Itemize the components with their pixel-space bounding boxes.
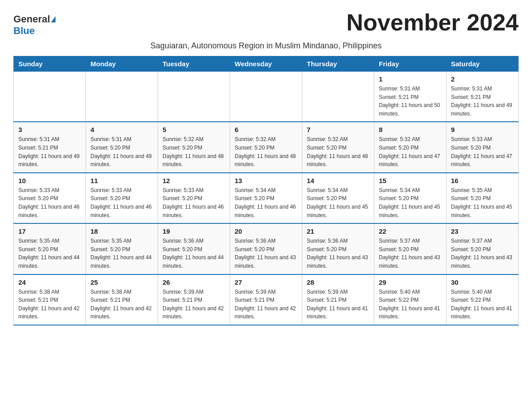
day-number: 16 xyxy=(451,177,514,184)
calendar-cell: 29Sunrise: 5:40 AMSunset: 5:22 PMDayligh… xyxy=(374,274,446,325)
calendar-cell: 10Sunrise: 5:33 AMSunset: 5:20 PMDayligh… xyxy=(14,173,86,223)
day-info: Sunrise: 5:33 AMSunset: 5:20 PMDaylight:… xyxy=(90,186,153,219)
day-number: 17 xyxy=(18,227,81,235)
calendar-cell xyxy=(230,72,302,122)
calendar-cell: 6Sunrise: 5:32 AMSunset: 5:20 PMDaylight… xyxy=(230,122,302,172)
day-number: 9 xyxy=(451,126,514,133)
day-info: Sunrise: 5:34 AMSunset: 5:20 PMDaylight:… xyxy=(307,186,369,219)
day-info: Sunrise: 5:32 AMSunset: 5:20 PMDaylight:… xyxy=(163,135,225,168)
calendar-week-row: 1Sunrise: 5:31 AMSunset: 5:21 PMDaylight… xyxy=(14,72,519,122)
calendar-week-row: 10Sunrise: 5:33 AMSunset: 5:20 PMDayligh… xyxy=(14,173,519,223)
day-info: Sunrise: 5:32 AMSunset: 5:20 PMDaylight:… xyxy=(235,135,297,168)
day-info: Sunrise: 5:33 AMSunset: 5:20 PMDaylight:… xyxy=(18,186,81,219)
day-info: Sunrise: 5:31 AMSunset: 5:21 PMDaylight:… xyxy=(451,85,514,118)
day-number: 6 xyxy=(235,126,297,133)
day-number: 28 xyxy=(307,278,369,286)
calendar-cell: 28Sunrise: 5:39 AMSunset: 5:21 PMDayligh… xyxy=(302,274,374,325)
calendar-cell: 22Sunrise: 5:37 AMSunset: 5:20 PMDayligh… xyxy=(374,223,446,274)
day-info: Sunrise: 5:34 AMSunset: 5:20 PMDaylight:… xyxy=(379,186,442,219)
calendar-cell: 11Sunrise: 5:33 AMSunset: 5:20 PMDayligh… xyxy=(86,173,158,223)
day-info: Sunrise: 5:40 AMSunset: 5:22 PMDaylight:… xyxy=(379,288,442,321)
calendar-cell: 14Sunrise: 5:34 AMSunset: 5:20 PMDayligh… xyxy=(302,173,374,223)
calendar-cell: 26Sunrise: 5:39 AMSunset: 5:21 PMDayligh… xyxy=(158,274,230,325)
day-info: Sunrise: 5:39 AMSunset: 5:21 PMDaylight:… xyxy=(307,288,369,321)
day-number: 26 xyxy=(163,278,225,286)
calendar-cell: 27Sunrise: 5:39 AMSunset: 5:21 PMDayligh… xyxy=(230,274,302,325)
logo: General Blue xyxy=(13,9,56,37)
day-number: 2 xyxy=(451,75,514,83)
day-info: Sunrise: 5:40 AMSunset: 5:22 PMDaylight:… xyxy=(451,288,514,321)
day-info: Sunrise: 5:37 AMSunset: 5:20 PMDaylight:… xyxy=(451,237,514,270)
calendar-header-row: SundayMondayTuesdayWednesdayThursdayFrid… xyxy=(14,56,519,72)
day-info: Sunrise: 5:36 AMSunset: 5:20 PMDaylight:… xyxy=(235,237,297,270)
header-sunday: Sunday xyxy=(14,56,86,72)
logo-triangle-icon xyxy=(51,16,56,22)
day-number: 3 xyxy=(18,126,81,133)
calendar-cell xyxy=(302,72,374,122)
day-info: Sunrise: 5:35 AMSunset: 5:20 PMDaylight:… xyxy=(451,186,514,219)
day-number: 8 xyxy=(379,126,442,133)
header-friday: Friday xyxy=(374,56,446,72)
day-info: Sunrise: 5:36 AMSunset: 5:20 PMDaylight:… xyxy=(163,237,225,270)
logo-general-text: General xyxy=(13,13,50,25)
calendar-cell: 12Sunrise: 5:33 AMSunset: 5:20 PMDayligh… xyxy=(158,173,230,223)
day-info: Sunrise: 5:31 AMSunset: 5:21 PMDaylight:… xyxy=(379,85,442,118)
day-info: Sunrise: 5:34 AMSunset: 5:20 PMDaylight:… xyxy=(235,186,297,219)
day-info: Sunrise: 5:35 AMSunset: 5:20 PMDaylight:… xyxy=(18,237,81,270)
calendar-cell: 13Sunrise: 5:34 AMSunset: 5:20 PMDayligh… xyxy=(230,173,302,223)
logo-blue-text: Blue xyxy=(13,25,35,37)
calendar-cell: 20Sunrise: 5:36 AMSunset: 5:20 PMDayligh… xyxy=(230,223,302,274)
day-number: 19 xyxy=(163,227,225,235)
calendar-cell xyxy=(14,72,86,122)
day-number: 12 xyxy=(163,177,225,184)
day-info: Sunrise: 5:31 AMSunset: 5:20 PMDaylight:… xyxy=(90,135,153,168)
month-title: November 2024 xyxy=(347,9,519,36)
day-info: Sunrise: 5:36 AMSunset: 5:20 PMDaylight:… xyxy=(307,237,369,270)
day-info: Sunrise: 5:38 AMSunset: 5:21 PMDaylight:… xyxy=(90,288,153,321)
calendar-cell: 16Sunrise: 5:35 AMSunset: 5:20 PMDayligh… xyxy=(446,173,519,223)
day-info: Sunrise: 5:32 AMSunset: 5:20 PMDaylight:… xyxy=(379,135,442,168)
day-number: 24 xyxy=(18,278,81,286)
day-number: 21 xyxy=(307,227,369,235)
day-number: 30 xyxy=(451,278,514,286)
day-number: 22 xyxy=(379,227,442,235)
day-info: Sunrise: 5:39 AMSunset: 5:21 PMDaylight:… xyxy=(235,288,297,321)
calendar-week-row: 3Sunrise: 5:31 AMSunset: 5:21 PMDaylight… xyxy=(14,122,519,172)
calendar-week-row: 24Sunrise: 5:38 AMSunset: 5:21 PMDayligh… xyxy=(14,274,519,325)
header-monday: Monday xyxy=(86,56,158,72)
day-number: 14 xyxy=(307,177,369,184)
calendar-cell: 23Sunrise: 5:37 AMSunset: 5:20 PMDayligh… xyxy=(446,223,519,274)
day-info: Sunrise: 5:39 AMSunset: 5:21 PMDaylight:… xyxy=(163,288,225,321)
day-number: 27 xyxy=(235,278,297,286)
calendar-cell: 5Sunrise: 5:32 AMSunset: 5:20 PMDaylight… xyxy=(158,122,230,172)
calendar-cell: 18Sunrise: 5:35 AMSunset: 5:20 PMDayligh… xyxy=(86,223,158,274)
day-number: 1 xyxy=(379,75,442,83)
calendar-cell: 1Sunrise: 5:31 AMSunset: 5:21 PMDaylight… xyxy=(374,72,446,122)
header: General Blue November 2024 xyxy=(13,9,519,37)
calendar-cell: 7Sunrise: 5:32 AMSunset: 5:20 PMDaylight… xyxy=(302,122,374,172)
header-tuesday: Tuesday xyxy=(158,56,230,72)
header-thursday: Thursday xyxy=(302,56,374,72)
day-info: Sunrise: 5:38 AMSunset: 5:21 PMDaylight:… xyxy=(18,288,81,321)
day-number: 10 xyxy=(18,177,81,184)
calendar-week-row: 17Sunrise: 5:35 AMSunset: 5:20 PMDayligh… xyxy=(14,223,519,274)
calendar-cell xyxy=(86,72,158,122)
day-info: Sunrise: 5:32 AMSunset: 5:20 PMDaylight:… xyxy=(307,135,369,168)
day-info: Sunrise: 5:37 AMSunset: 5:20 PMDaylight:… xyxy=(379,237,442,270)
day-number: 25 xyxy=(90,278,153,286)
day-info: Sunrise: 5:33 AMSunset: 5:20 PMDaylight:… xyxy=(163,186,225,219)
day-number: 11 xyxy=(90,177,153,184)
day-info: Sunrise: 5:33 AMSunset: 5:20 PMDaylight:… xyxy=(451,135,514,168)
day-number: 20 xyxy=(235,227,297,235)
calendar-cell: 4Sunrise: 5:31 AMSunset: 5:20 PMDaylight… xyxy=(86,122,158,172)
header-wednesday: Wednesday xyxy=(230,56,302,72)
header-saturday: Saturday xyxy=(446,56,519,72)
calendar-cell: 24Sunrise: 5:38 AMSunset: 5:21 PMDayligh… xyxy=(14,274,86,325)
day-number: 4 xyxy=(90,126,153,133)
calendar-cell: 2Sunrise: 5:31 AMSunset: 5:21 PMDaylight… xyxy=(446,72,519,122)
subtitle: Saguiaran, Autonomous Region in Muslim M… xyxy=(13,41,519,51)
calendar-table: SundayMondayTuesdayWednesdayThursdayFrid… xyxy=(13,56,519,325)
calendar-cell: 21Sunrise: 5:36 AMSunset: 5:20 PMDayligh… xyxy=(302,223,374,274)
day-number: 29 xyxy=(379,278,442,286)
calendar-cell: 30Sunrise: 5:40 AMSunset: 5:22 PMDayligh… xyxy=(446,274,519,325)
